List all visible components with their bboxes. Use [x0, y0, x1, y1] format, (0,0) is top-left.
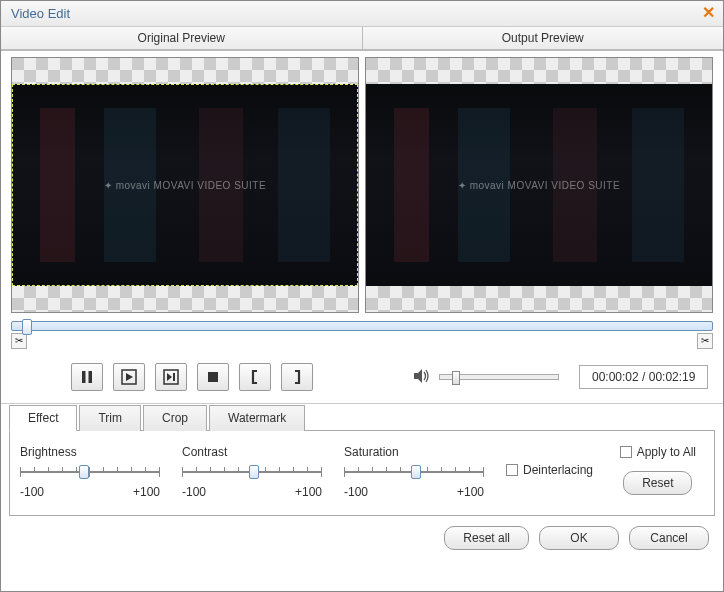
brightness-label: Brightness: [20, 445, 160, 459]
original-preview-header: Original Preview: [1, 27, 363, 50]
svg-rect-7: [208, 372, 218, 382]
reset-all-button[interactable]: Reset all: [444, 526, 529, 550]
output-preview-header: Output Preview: [363, 27, 724, 50]
watermark-text: ✦ movavi MOVAVI VIDEO SUITE: [12, 180, 358, 191]
apply-all-label: Apply to All: [637, 445, 696, 459]
brightness-max: +100: [133, 485, 160, 499]
saturation-min: -100: [344, 485, 368, 499]
svg-marker-8: [414, 369, 422, 383]
edit-tabs-area: Effect Trim Crop Watermark Brightness -1…: [1, 404, 723, 516]
trim-end-scissor-icon[interactable]: ✂: [697, 333, 713, 349]
saturation-group: Saturation -100+100: [344, 445, 484, 499]
effect-right-column: Apply to All Reset: [620, 445, 704, 495]
tab-strip: Effect Trim Crop Watermark: [9, 404, 715, 431]
contrast-slider[interactable]: [182, 463, 322, 481]
apply-all-checkbox[interactable]: [620, 446, 632, 458]
time-display: 00:00:02 / 00:02:19: [579, 365, 708, 389]
deinterlacing-row: Deinterlacing: [506, 463, 593, 477]
trim-start-scissor-icon[interactable]: ✂: [11, 333, 27, 349]
tab-content-effect: Brightness -100+100 Contrast -100+100: [9, 431, 715, 516]
volume-thumb[interactable]: [452, 371, 460, 385]
watermark-text: ✦ movavi MOVAVI VIDEO SUITE: [366, 180, 712, 191]
tab-trim[interactable]: Trim: [79, 405, 141, 431]
preview-panes: ✦ movavi MOVAVI VIDEO SUITE ✦ movavi MOV…: [1, 51, 723, 317]
video-edit-dialog: Video Edit ✕ Original Preview Output Pre…: [0, 0, 724, 592]
preview-headers: Original Preview Output Preview: [1, 27, 723, 51]
brightness-min: -100: [20, 485, 44, 499]
output-preview-pane[interactable]: ✦ movavi MOVAVI VIDEO SUITE: [365, 57, 713, 313]
tab-watermark[interactable]: Watermark: [209, 405, 305, 431]
svg-rect-0: [82, 371, 86, 383]
contrast-label: Contrast: [182, 445, 322, 459]
mark-in-button[interactable]: [239, 363, 271, 391]
pause-button[interactable]: [71, 363, 103, 391]
playback-controls: 00:00:02 / 00:02:19: [1, 355, 723, 404]
play-button[interactable]: [113, 363, 145, 391]
svg-rect-6: [173, 373, 175, 381]
titlebar: Video Edit ✕: [1, 1, 723, 27]
mark-out-button[interactable]: [281, 363, 313, 391]
saturation-label: Saturation: [344, 445, 484, 459]
original-video-frame: ✦ movavi MOVAVI VIDEO SUITE: [12, 84, 358, 286]
contrast-group: Contrast -100+100: [182, 445, 322, 499]
original-preview-pane[interactable]: ✦ movavi MOVAVI VIDEO SUITE: [11, 57, 359, 313]
saturation-slider[interactable]: [344, 463, 484, 481]
tab-crop[interactable]: Crop: [143, 405, 207, 431]
timeline-area: ✂ ✂: [1, 317, 723, 355]
saturation-thumb[interactable]: [411, 465, 421, 479]
contrast-max: +100: [295, 485, 322, 499]
deinterlacing-label: Deinterlacing: [523, 463, 593, 477]
brightness-group: Brightness -100+100: [20, 445, 160, 499]
svg-marker-3: [126, 373, 133, 381]
dialog-footer: Reset all OK Cancel: [1, 516, 723, 560]
reset-button[interactable]: Reset: [623, 471, 692, 495]
timeline-track[interactable]: [11, 321, 713, 331]
next-frame-button[interactable]: [155, 363, 187, 391]
output-video-frame: ✦ movavi MOVAVI VIDEO SUITE: [366, 84, 712, 286]
deinterlacing-checkbox[interactable]: [506, 464, 518, 476]
volume-slider[interactable]: [439, 374, 559, 380]
svg-rect-1: [89, 371, 93, 383]
volume-icon[interactable]: [413, 367, 431, 388]
ok-button[interactable]: OK: [539, 526, 619, 550]
contrast-min: -100: [182, 485, 206, 499]
svg-marker-5: [167, 373, 172, 381]
stop-button[interactable]: [197, 363, 229, 391]
cancel-button[interactable]: Cancel: [629, 526, 709, 550]
close-icon[interactable]: ✕: [699, 5, 717, 23]
window-title: Video Edit: [11, 6, 699, 21]
contrast-thumb[interactable]: [249, 465, 259, 479]
brightness-thumb[interactable]: [79, 465, 89, 479]
brightness-slider[interactable]: [20, 463, 160, 481]
saturation-max: +100: [457, 485, 484, 499]
tab-effect[interactable]: Effect: [9, 405, 77, 431]
timeline-playhead[interactable]: [22, 319, 32, 335]
